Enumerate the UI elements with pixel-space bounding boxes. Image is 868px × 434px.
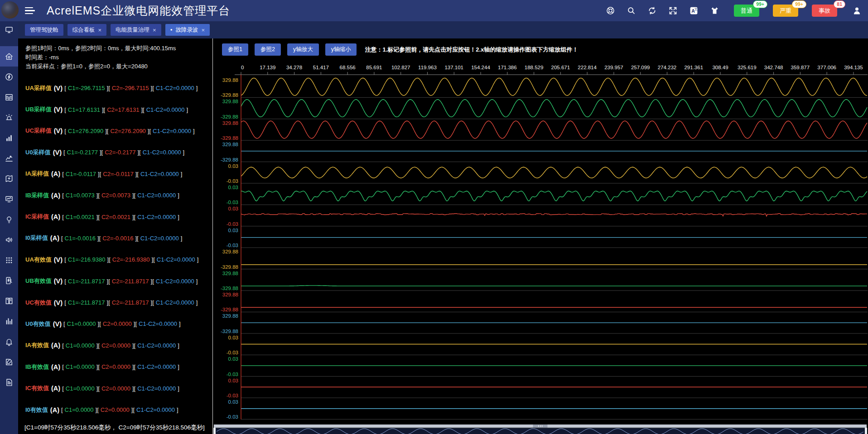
y-min-label: -0.03 xyxy=(227,414,238,420)
channel-row-UC采样值[interactable]: UC采样值(V)[ C1=276.2090 ][C2=276.2090 ][C1… xyxy=(25,120,212,142)
tab-close-icon[interactable]: × xyxy=(202,27,205,33)
menu-toggle-icon[interactable] xyxy=(25,7,37,14)
chart-button-y轴放大[interactable]: y轴放大 xyxy=(287,43,319,56)
c1-value: C1=-216.9380 xyxy=(68,256,106,263)
audio-doc-icon xyxy=(5,378,14,387)
y-min-label: -329.88 xyxy=(221,135,238,141)
bar-chart-icon xyxy=(5,134,14,143)
channel-row-U0采样值[interactable]: U0采样值(V)[ C1=-0.2177 ][C2=-0.2177 ][C1-C… xyxy=(25,142,212,163)
tab-管理驾驶舱[interactable]: 管理驾驶舱 xyxy=(25,24,63,36)
sidebar-item-building[interactable] xyxy=(0,311,18,331)
tab-close-icon[interactable]: × xyxy=(98,27,102,33)
channel-row-IA采样值[interactable]: IA采样值(A)[ C1=-0.0117 ][C2=-0.0117 ][C1-C… xyxy=(25,163,212,185)
tab-故障录波[interactable]: ●故障录波× xyxy=(165,24,210,36)
channel-unit: (A) xyxy=(50,406,59,414)
c2-value: C2=0.0000 xyxy=(101,406,130,413)
bracket: ][ xyxy=(107,299,110,306)
sidebar-item-energy[interactable] xyxy=(0,67,18,87)
x-tick-label: 308.49 xyxy=(712,65,728,70)
c1-value: C1=0.0000 xyxy=(66,385,95,392)
user-icon[interactable] xyxy=(852,6,862,16)
x-tick-label: 34.278 xyxy=(286,65,302,70)
channel-row-IA有效值[interactable]: IA有效值(A)[ C1=0.0000 ][C2=0.0000 ][C1-C2=… xyxy=(25,335,212,356)
sidebar-item-bar-chart[interactable] xyxy=(0,128,18,148)
edit-icon xyxy=(5,358,14,367)
sidebar-item-map[interactable] xyxy=(0,168,18,189)
datazoom-right-handle[interactable] xyxy=(865,428,867,434)
home-icon xyxy=(5,52,14,61)
channel-unit: (V) xyxy=(54,299,63,306)
dashboard-ring-icon[interactable] xyxy=(605,6,615,16)
sidebar-item-monitor[interactable] xyxy=(0,21,18,38)
sidebar-item-app-grid[interactable] xyxy=(0,250,18,270)
bracket: ][ xyxy=(134,320,137,327)
c2-value: C2=0.0000 xyxy=(101,342,130,349)
sidebar-item-screen-chart[interactable] xyxy=(0,189,18,209)
channel-row-I0有效值[interactable]: I0有效值(A)[ C1=0.0000 ][C2=0.0000 ][C1-C2=… xyxy=(25,399,212,420)
bracket: ][ xyxy=(132,385,135,392)
chart-button-参照1[interactable]: 参照1 xyxy=(222,43,248,56)
waveform-chart[interactable]: 017.13934.27851.41768.55685.691102.82711… xyxy=(213,38,868,434)
sidebar-item-ledger[interactable] xyxy=(0,291,18,311)
header-toolbar: A文 普通99+严重99+事故81 xyxy=(605,0,862,21)
channel-row-I0采样值[interactable]: I0采样值(A)[ C1=-0.0016 ][C2=-0.0016 ][C1-C… xyxy=(25,228,212,249)
y-max-label: 0.03 xyxy=(228,185,238,190)
channel-unit: (A) xyxy=(51,363,60,371)
tab-综合看板[interactable]: 综合看板× xyxy=(68,24,107,36)
sidebar-item-bulb[interactable] xyxy=(0,209,18,229)
bracket: ][ xyxy=(96,214,100,220)
c2-value: C2=-211.8717 xyxy=(112,278,149,285)
datazoom-preview[interactable] xyxy=(214,428,867,434)
channel-row-IB有效值[interactable]: IB有效值(A)[ C1=0.0000 ][C2=0.0000 ][C1-C2=… xyxy=(25,356,212,377)
bracket: ][ xyxy=(107,278,110,285)
sidebar-item-home[interactable] xyxy=(0,46,18,67)
c1-value: C1=276.2090 xyxy=(68,128,103,134)
channel-row-UC有效值[interactable]: UC有效值(V)[ C1=-211.8717 ][C2=-211.8717 ][… xyxy=(25,292,212,313)
theme-shirt-icon[interactable] xyxy=(709,6,719,16)
bracket: ][ xyxy=(151,85,154,91)
bracket: ][ xyxy=(98,320,101,327)
avatar[interactable] xyxy=(1,1,19,19)
alarm-badge-严重[interactable]: 严重99+ xyxy=(773,5,798,17)
datazoom-left-handle[interactable] xyxy=(213,428,216,434)
sidebar-item-edit[interactable] xyxy=(0,352,18,372)
sidebar-item-audio-doc[interactable] xyxy=(0,372,18,392)
c1-value: C1=-0.0117 xyxy=(66,171,96,177)
fullscreen-icon[interactable] xyxy=(668,6,678,16)
channel-row-IC有效值[interactable]: IC有效值(A)[ C1=0.0000 ][C2=0.0000 ][C1-C2=… xyxy=(25,377,212,399)
channel-row-U0有效值[interactable]: U0有效值(V)[ C1=0.0000 ][C2=0.0000 ][C1-C2=… xyxy=(25,313,212,334)
channel-name: IA有效值 xyxy=(25,341,49,349)
chart-button-参照2[interactable]: 参照2 xyxy=(255,43,281,56)
diff-value: C1-C2=0.0000 xyxy=(156,299,194,306)
bracket: ] xyxy=(178,214,179,220)
diff-value: C1-C2=0.0000 xyxy=(156,278,194,285)
alarm-badge-事故[interactable]: 事故81 xyxy=(812,5,837,17)
search-icon[interactable] xyxy=(626,6,636,16)
bracket: [ xyxy=(64,256,66,263)
refresh-icon[interactable] xyxy=(647,6,657,16)
tab-close-icon[interactable]: × xyxy=(153,27,156,33)
channel-row-UA采样值[interactable]: UA采样值(V)[ C1=-296.7115 ][C2=-296.7115 ][… xyxy=(25,77,212,99)
x-tick-label: 171.386 xyxy=(498,65,517,70)
sidebar-item-trend-chart[interactable] xyxy=(0,148,18,168)
channel-row-IB采样值[interactable]: IB采样值(A)[ C1=0.0073 ][C2=0.0073 ][C1-C2=… xyxy=(25,185,212,206)
sidebar-item-alarm-bell[interactable] xyxy=(0,331,18,352)
chart-button-y轴缩小[interactable]: y轴缩小 xyxy=(325,43,357,56)
channel-row-UB采样值[interactable]: UB采样值(V)[ C1=17.6131 ][C2=17.6131 ][C1-C… xyxy=(25,99,212,120)
c2-value: C2=0.0000 xyxy=(101,385,130,392)
sidebar-item-alarm-siren[interactable] xyxy=(0,107,18,128)
tab-电能质量治理[interactable]: 电能质量治理× xyxy=(111,24,161,36)
channel-row-UB有效值[interactable]: UB有效值(V)[ C1=-211.8717 ][C2=-211.8717 ][… xyxy=(25,271,212,292)
channel-row-IC采样值[interactable]: IC采样值(A)[ C1=0.0021 ][C2=0.0021 ][C1-C2=… xyxy=(25,206,212,227)
sidebar-item-charging-pile[interactable] xyxy=(0,270,18,291)
channel-row-UA有效值[interactable]: UA有效值(V)[ C1=-216.9380 ][C2=-216.9380 ][… xyxy=(25,249,212,270)
translate-icon[interactable]: A文 xyxy=(689,6,699,16)
y-min-label: -0.03 xyxy=(227,393,238,398)
sidebar-item-speaker[interactable] xyxy=(0,229,18,250)
channel-name: UC有效值 xyxy=(25,299,52,307)
sidebar-item-wave-chart[interactable] xyxy=(0,87,18,107)
y-max-label: 329.88 xyxy=(222,313,238,319)
diff-value: C1-C2=0.0000 xyxy=(156,85,194,91)
alarm-badge-普通[interactable]: 普通99+ xyxy=(734,5,759,17)
y-max-label: 0.03 xyxy=(228,378,238,383)
